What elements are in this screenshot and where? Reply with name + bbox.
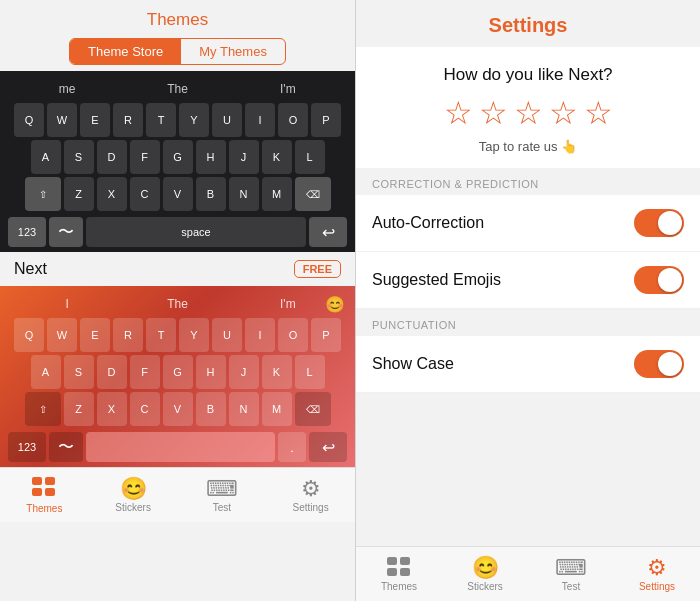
svg-rect-7: [400, 568, 410, 576]
key-a[interactable]: A: [31, 140, 61, 174]
o-key-squiggle[interactable]: 〜: [49, 432, 83, 462]
o-key-j[interactable]: J: [229, 355, 259, 389]
nav-right-stickers[interactable]: 😊 Stickers: [442, 547, 528, 601]
key-p[interactable]: P: [311, 103, 341, 137]
key-j[interactable]: J: [229, 140, 259, 174]
show-case-toggle[interactable]: [634, 350, 684, 378]
key-s[interactable]: S: [64, 140, 94, 174]
key-num-dark[interactable]: 123: [8, 217, 46, 247]
key-n[interactable]: N: [229, 177, 259, 211]
orange-smile-top[interactable]: 😊: [325, 295, 345, 314]
o-key-o[interactable]: O: [278, 318, 308, 352]
o-key-delete[interactable]: ⌫: [295, 392, 331, 426]
key-c[interactable]: C: [130, 177, 160, 211]
o-key-s[interactable]: S: [64, 355, 94, 389]
o-key-p[interactable]: P: [311, 318, 341, 352]
segment-theme-store[interactable]: Theme Store: [70, 39, 181, 64]
o-key-n[interactable]: N: [229, 392, 259, 426]
nav-right-themes[interactable]: Themes: [356, 547, 442, 601]
key-g[interactable]: G: [163, 140, 193, 174]
o-key-t[interactable]: T: [146, 318, 176, 352]
free-badge[interactable]: FREE: [294, 260, 341, 278]
next-label-row: Next FREE: [0, 252, 355, 286]
key-o[interactable]: O: [278, 103, 308, 137]
o-key-e[interactable]: E: [80, 318, 110, 352]
suggestion-me[interactable]: me: [12, 82, 122, 96]
nav-left-stickers[interactable]: 😊 Stickers: [89, 468, 178, 522]
auto-correction-toggle[interactable]: [634, 209, 684, 237]
o-key-c[interactable]: C: [130, 392, 160, 426]
o-key-g[interactable]: G: [163, 355, 193, 389]
o-key-q[interactable]: Q: [14, 318, 44, 352]
nav-left-themes[interactable]: Themes: [0, 468, 89, 522]
nav-left-test[interactable]: ⌨ Test: [178, 468, 267, 522]
star-5[interactable]: ☆: [584, 97, 613, 129]
key-y[interactable]: Y: [179, 103, 209, 137]
o-key-v[interactable]: V: [163, 392, 193, 426]
o-key-x[interactable]: X: [97, 392, 127, 426]
o-key-f[interactable]: F: [130, 355, 160, 389]
o-key-dot[interactable]: .: [278, 432, 306, 462]
nav-left-settings[interactable]: ⚙ Settings: [266, 468, 355, 522]
key-l[interactable]: L: [295, 140, 325, 174]
key-delete-dark[interactable]: ⌫: [295, 177, 331, 211]
rating-section: How do you like Next? ☆ ☆ ☆ ☆ ☆ Tap to r…: [356, 47, 700, 168]
key-squiggle-dark[interactable]: 〜: [49, 217, 83, 247]
o-key-y[interactable]: Y: [179, 318, 209, 352]
o-key-space[interactable]: [86, 432, 275, 462]
key-v[interactable]: V: [163, 177, 193, 211]
nav-right-test-label: Test: [562, 581, 580, 592]
o-suggestion-the[interactable]: The: [122, 297, 232, 311]
key-t[interactable]: T: [146, 103, 176, 137]
star-4[interactable]: ☆: [549, 97, 578, 129]
o-key-num[interactable]: 123: [8, 432, 46, 462]
key-e[interactable]: E: [80, 103, 110, 137]
key-d[interactable]: D: [97, 140, 127, 174]
o-key-m[interactable]: M: [262, 392, 292, 426]
o-key-b[interactable]: B: [196, 392, 226, 426]
o-key-l[interactable]: L: [295, 355, 325, 389]
key-m[interactable]: M: [262, 177, 292, 211]
key-return-dark[interactable]: ↩: [309, 217, 347, 247]
key-f[interactable]: F: [130, 140, 160, 174]
key-b[interactable]: B: [196, 177, 226, 211]
key-z[interactable]: Z: [64, 177, 94, 211]
key-q[interactable]: Q: [14, 103, 44, 137]
tap-rate-label[interactable]: Tap to rate us 👆: [356, 139, 700, 154]
key-u[interactable]: U: [212, 103, 242, 137]
o-key-i[interactable]: I: [245, 318, 275, 352]
o-key-d[interactable]: D: [97, 355, 127, 389]
suggestion-im[interactable]: I'm: [233, 82, 343, 96]
key-w[interactable]: W: [47, 103, 77, 137]
o-key-u[interactable]: U: [212, 318, 242, 352]
o-suggestion-i[interactable]: I: [12, 297, 122, 311]
nav-right-test[interactable]: ⌨ Test: [528, 547, 614, 601]
key-shift-dark[interactable]: ⇧: [25, 177, 61, 211]
svg-rect-4: [387, 557, 397, 565]
nav-right-settings[interactable]: ⚙ Settings: [614, 547, 700, 601]
o-key-return[interactable]: ↩: [309, 432, 347, 462]
star-1[interactable]: ☆: [444, 97, 473, 129]
o-key-r[interactable]: R: [113, 318, 143, 352]
o-key-shift[interactable]: ⇧: [25, 392, 61, 426]
o-key-k[interactable]: K: [262, 355, 292, 389]
key-h[interactable]: H: [196, 140, 226, 174]
key-space-dark[interactable]: space: [86, 217, 306, 247]
o-key-h[interactable]: H: [196, 355, 226, 389]
key-r[interactable]: R: [113, 103, 143, 137]
left-panel-title: Themes: [0, 10, 355, 30]
suggested-emojis-toggle[interactable]: [634, 266, 684, 294]
key-x[interactable]: X: [97, 177, 127, 211]
auto-correction-knob: [658, 211, 682, 235]
segment-my-themes[interactable]: My Themes: [181, 39, 285, 64]
key-k[interactable]: K: [262, 140, 292, 174]
stars-row[interactable]: ☆ ☆ ☆ ☆ ☆: [356, 97, 700, 129]
o-key-z[interactable]: Z: [64, 392, 94, 426]
o-key-w[interactable]: W: [47, 318, 77, 352]
suggestion-the[interactable]: The: [122, 82, 232, 96]
star-2[interactable]: ☆: [479, 97, 508, 129]
key-i[interactable]: I: [245, 103, 275, 137]
settings-icon-right: ⚙: [647, 557, 667, 579]
o-key-a[interactable]: A: [31, 355, 61, 389]
star-3[interactable]: ☆: [514, 97, 543, 129]
